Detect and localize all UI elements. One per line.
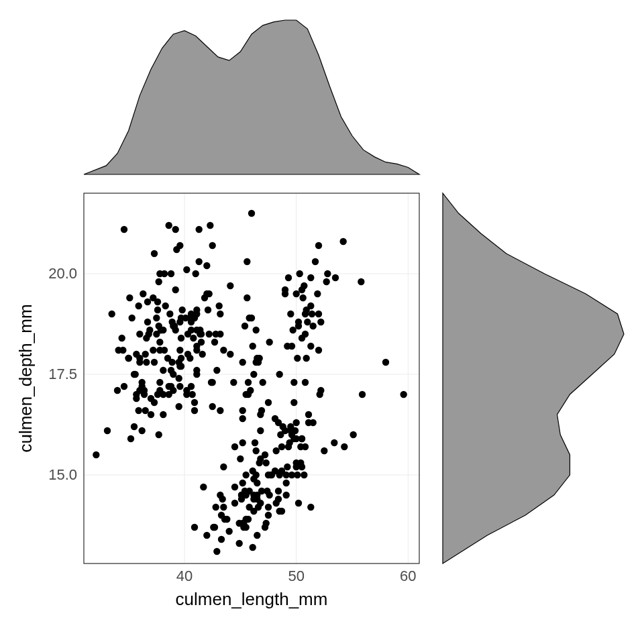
point <box>126 294 133 301</box>
point <box>282 286 288 293</box>
y-tick-label: 15.0 <box>48 466 77 483</box>
point <box>211 339 218 345</box>
point <box>282 492 289 498</box>
point <box>302 331 309 337</box>
point <box>242 472 249 478</box>
point <box>104 427 111 434</box>
point <box>292 290 299 297</box>
point <box>156 339 163 345</box>
point <box>254 532 260 539</box>
point <box>297 443 304 450</box>
point <box>193 307 200 313</box>
point <box>153 315 160 321</box>
point <box>382 359 389 366</box>
right-density <box>443 193 624 564</box>
point <box>131 371 138 378</box>
point <box>213 548 220 555</box>
point <box>275 488 282 494</box>
point <box>184 331 191 337</box>
point <box>250 496 257 502</box>
point <box>176 383 183 390</box>
point <box>332 274 339 281</box>
point <box>241 323 248 329</box>
point <box>93 451 99 458</box>
point <box>220 464 227 470</box>
point <box>317 319 324 325</box>
point <box>309 419 316 426</box>
point <box>252 327 259 333</box>
point <box>138 427 145 434</box>
point <box>223 516 230 523</box>
point <box>245 516 252 523</box>
point <box>121 383 127 390</box>
point <box>282 480 289 486</box>
point <box>358 278 364 285</box>
point <box>143 335 150 341</box>
point <box>209 242 215 249</box>
top-density <box>84 20 419 174</box>
point <box>178 355 184 362</box>
point <box>235 540 242 547</box>
point <box>339 238 346 245</box>
point <box>304 319 311 325</box>
x-tick-label: 50 <box>288 568 304 584</box>
point <box>219 496 225 502</box>
point <box>265 504 272 511</box>
point <box>217 311 223 317</box>
point <box>218 512 225 519</box>
point <box>128 315 135 321</box>
point <box>288 343 295 350</box>
point <box>191 524 198 531</box>
point <box>231 484 238 490</box>
point <box>168 270 174 277</box>
point <box>309 323 316 329</box>
point <box>165 222 172 229</box>
point <box>160 367 166 374</box>
point <box>207 222 213 229</box>
point <box>307 504 314 511</box>
point <box>252 359 259 366</box>
point <box>135 407 142 414</box>
point <box>307 343 314 350</box>
point <box>231 500 238 506</box>
point <box>276 508 282 515</box>
point <box>131 423 138 430</box>
point <box>175 375 182 382</box>
point <box>295 500 302 506</box>
point <box>258 488 265 494</box>
point <box>239 415 246 422</box>
point <box>285 274 292 281</box>
point <box>252 439 258 446</box>
point <box>302 379 309 386</box>
point <box>192 270 199 277</box>
point <box>119 347 126 354</box>
point <box>275 496 282 502</box>
point <box>292 427 299 434</box>
point <box>350 431 356 438</box>
point <box>178 335 184 341</box>
point <box>178 363 184 370</box>
point <box>144 319 151 325</box>
point <box>121 226 127 233</box>
point <box>301 472 307 478</box>
point <box>186 355 193 362</box>
point <box>189 391 195 398</box>
point <box>315 347 322 354</box>
point <box>188 383 195 390</box>
point <box>235 520 242 527</box>
point <box>230 379 237 386</box>
point <box>259 379 266 386</box>
point <box>203 532 210 539</box>
point <box>305 411 312 418</box>
point <box>323 278 329 285</box>
point <box>262 524 268 531</box>
x-tick-label: 60 <box>400 568 416 584</box>
point <box>244 294 250 301</box>
point <box>136 387 143 394</box>
point <box>307 274 314 281</box>
point <box>278 443 285 450</box>
point <box>265 512 272 519</box>
point <box>118 335 125 341</box>
point <box>252 472 259 478</box>
point <box>331 439 337 446</box>
